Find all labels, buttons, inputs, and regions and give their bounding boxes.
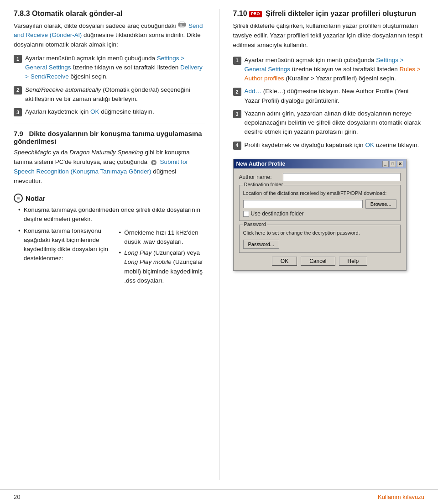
step-num-1: 1 [14, 55, 22, 63]
sub-2-text: Long Play (Uzunçalar) veya Long Play mob… [124, 248, 205, 285]
submit-speech-link: Submit for Speech Recognition (Konuşma T… [14, 158, 188, 175]
author-name-input[interactable] [283, 173, 401, 181]
section-783-steps: 1 Ayarlar menüsünü açmak için menü çubuğ… [14, 54, 205, 117]
step-num-710-4: 4 [233, 142, 241, 150]
password-group: Password Click here to set or change the… [239, 225, 401, 252]
section-710: 7.10 PRO Şifreli dikteler için yazar pro… [233, 9, 425, 271]
browse-button[interactable]: Browse... [365, 200, 396, 209]
step-710-3-text: Yazarın adını girin, yazardan alınan dik… [245, 109, 425, 137]
notes-bullets: Konuşma tanımaya gönderilmeden önce şifr… [14, 205, 205, 287]
pro-badge: PRO [249, 11, 262, 17]
notes-section: = Notlar Konuşma tanımaya gönderilmeden … [14, 194, 205, 287]
destination-input[interactable] [243, 200, 363, 208]
section-783-title: 7.8.3 Otomatik olarak gönder-al [14, 9, 205, 19]
step-710-4: 4 Profili kaydetmek ve diyaloğu kapatmak… [233, 141, 425, 150]
dialog-minimize-btn[interactable]: _ [382, 161, 389, 167]
dragon-text: Dragon Naturally Speaking [69, 149, 143, 156]
dialog-ok-button[interactable]: OK [272, 257, 297, 266]
section-710-intro: Şifreli diktelerle çalışırken, kullanıcı… [233, 21, 425, 50]
dialog-titlebar: New Author Profile _ □ ✕ [234, 159, 406, 168]
step-710-2-text: Add… (Ekle…) düğmesine tıklayın. New Aut… [245, 87, 425, 105]
note-item-2: Konuşma tanıma fonksiyonu aşağıdaki kayı… [18, 226, 205, 288]
dialog-action-buttons: OK Cancel Help [239, 257, 401, 266]
destination-input-row: Browse... [243, 200, 396, 209]
dialog-body: Author name: Destination folder Location… [234, 168, 406, 270]
step-num-710-3: 3 [233, 110, 241, 118]
step-710-1-text: Ayarlar menüsünü açmak için menü çubuğun… [245, 56, 425, 84]
dialog-titlebar-buttons: _ □ ✕ [382, 161, 403, 167]
author-name-label: Author name: [239, 174, 280, 180]
destination-folder-content: Location of the dictations received by e… [243, 190, 396, 217]
note-2-text: Konuşma tanıma fonksiyonu aşağıdaki kayı… [24, 226, 110, 263]
svg-text:⇅: ⇅ [180, 23, 182, 26]
section-710-title-text: Şifreli dikteler için yazar profilleri o… [266, 10, 416, 17]
ok-link-1: OK [90, 108, 99, 115]
column-divider [219, 9, 219, 480]
destination-folder-label: Destination folder [243, 182, 284, 187]
section-783-intro: Varsayılan olarak, dikte dosyaları sadec… [14, 21, 205, 49]
footer-guide-title: Kullanım kılavuzu [378, 493, 424, 500]
left-column: 7.8.3 Otomatik olarak gönder-al Varsayıl… [14, 9, 205, 480]
step-783-2: 2 Send/Receive automatically (Otomatik g… [14, 85, 205, 104]
password-desc: Click here to set or change the decrypti… [243, 230, 396, 236]
step-783-3-text: Ayarları kaydetmek için OK düğmesine tık… [25, 107, 205, 116]
speechmagic-text: SpeechMagic [14, 149, 51, 156]
sub-bullet-1: Örnekleme hızı 11 kHz'den düşük .wav dos… [119, 228, 205, 247]
send-receive-icon: ⇅ [178, 21, 186, 31]
settings-general-link-1: Settings > General Settings [25, 55, 184, 71]
dialog-maximize-btn[interactable]: □ [390, 161, 396, 167]
notes-label: Notlar [26, 194, 45, 202]
step-num-2: 2 [14, 86, 22, 94]
use-destination-text: Use destination folder [251, 210, 304, 217]
notes-icon: = [14, 194, 23, 203]
dialog-cancel-button[interactable]: Cancel [301, 257, 335, 266]
footer: 20 Kullanım kılavuzu [0, 489, 438, 504]
use-destination-checkbox[interactable] [243, 211, 249, 217]
step-num-3: 3 [14, 108, 22, 116]
step-710-1: 1 Ayarlar menüsünü açmak için menü çubuğ… [233, 56, 425, 84]
destination-desc: Location of the dictations received by e… [243, 190, 396, 197]
long-play-italic: Long Play [124, 249, 151, 256]
ok-link-2: OK [365, 142, 374, 148]
dialog-title: New Author Profile [236, 161, 286, 167]
sub-bullets: Örnekleme hızı 11 kHz'den düşük .wav dos… [110, 228, 205, 288]
step-num-710-2: 2 [233, 88, 241, 96]
use-destination-label[interactable]: Use destination folder [243, 210, 396, 217]
step-710-4-text: Profili kaydetmek ve diyaloğu kapatmak i… [245, 141, 425, 150]
section-710-steps: 1 Ayarlar menüsünü açmak için menü çubuğ… [233, 56, 425, 150]
footer-page-number: 20 [14, 493, 20, 500]
step-783-3: 3 Ayarları kaydetmek için OK düğmesine t… [14, 107, 205, 116]
sub-bullet-2: Long Play (Uzunçalar) veya Long Play mob… [119, 248, 205, 285]
step-783-1-text: Ayarlar menüsünü açmak için menü çubuğun… [25, 54, 205, 82]
section-79-para: SpeechMagic ya da Dragon Naturally Speak… [14, 148, 205, 186]
settings-general-link-2: Settings > General Settings [245, 57, 404, 73]
sub-1-text: Örnekleme hızı 11 kHz'den düşük .wav dos… [124, 228, 205, 247]
note-item-1: Konuşma tanımaya gönderilmeden önce şifr… [18, 205, 205, 224]
new-author-profile-dialog: New Author Profile _ □ ✕ Author name: [233, 159, 407, 271]
content-area: 7.8.3 Otomatik olarak gönder-al Varsayıl… [0, 0, 438, 489]
intro-text: Varsayılan olarak, dikte dosyaları sadec… [14, 22, 176, 29]
long-play-mobile-italic: Long Play mobile [124, 258, 172, 265]
section-79: 7.9 Dikte dosyalarının bir konuşma tanım… [14, 124, 205, 186]
note-1-text: Konuşma tanımaya gönderilmeden önce şifr… [24, 205, 205, 224]
step-783-2-text: Send/Receive automatically (Otomatik gön… [25, 85, 205, 104]
step-710-2: 2 Add… (Ekle…) düğmesine tıklayın. New A… [233, 87, 425, 105]
step-num-710-1: 1 [233, 57, 241, 65]
destination-folder-group: Destination folder Location of the dicta… [239, 185, 401, 221]
page-container: 7.8.3 Otomatik olarak gönder-al Varsayıl… [0, 0, 438, 504]
author-name-field: Author name: [239, 173, 401, 181]
step-783-1: 1 Ayarlar menüsünü açmak için menü çubuğ… [14, 54, 205, 82]
dialog-help-button[interactable]: Help [339, 257, 368, 266]
dialog-close-btn[interactable]: ✕ [397, 161, 403, 167]
step-710-3: 3 Yazarın adını girin, yazardan alınan d… [233, 109, 425, 137]
use-destination-row: Use destination folder [243, 210, 396, 217]
section-79-title: 7.9 Dikte dosyalarının bir konuşma tanım… [14, 130, 205, 145]
section-783: 7.8.3 Otomatik olarak gönder-al Varsayıl… [14, 9, 205, 116]
notes-title: = Notlar [14, 194, 205, 203]
password-group-content: Click here to set or change the decrypti… [243, 230, 396, 248]
right-column: 7.10 PRO Şifreli dikteler için yazar pro… [233, 9, 425, 480]
password-group-label: Password [243, 221, 267, 227]
submit-speech-icon [150, 159, 157, 166]
password-button[interactable]: Password... [243, 240, 279, 249]
send-receive-auto-italic: Send/Receive automatically [25, 86, 101, 93]
